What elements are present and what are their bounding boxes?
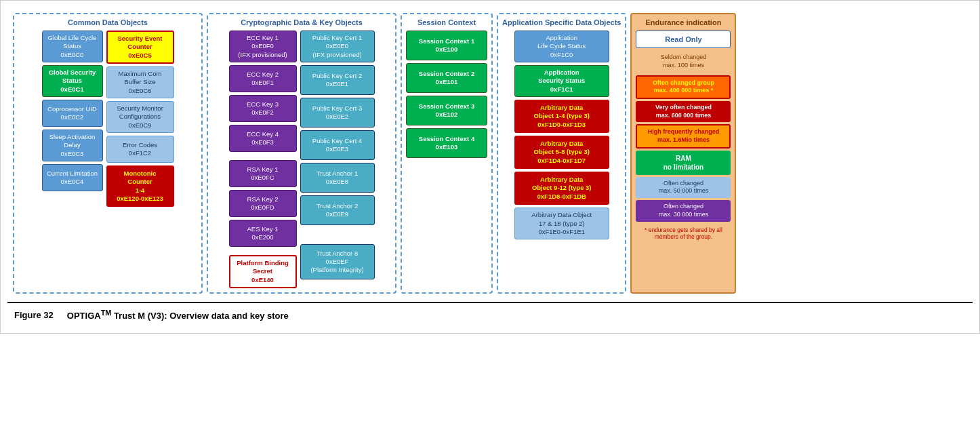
common-col2: Security EventCounter 0xE0C5 Maximum Com… <box>106 31 174 207</box>
ecc-key1-box: ECC Key 10xE0F0(IFX provisioned) <box>229 31 297 62</box>
endurance-footnote: * endurance gets shared by all members o… <box>636 227 731 240</box>
endurance-often-group: Often changed groupmax. 400 000 times * <box>636 75 731 99</box>
figure-title-rest: Trust M (V3): Overview data and key stor… <box>111 311 289 321</box>
session-col: Session Context 1 0xE100 Session Context… <box>406 31 487 158</box>
pub-key-cert4-box: Public Key Cert 40xE0E3 <box>300 130 375 160</box>
ecc-key2-box: ECC Key 20xE0F1 <box>229 65 297 92</box>
trust-anchor2-box: Trust Anchor 20xE0E9 <box>300 195 375 225</box>
ecc-key4-box: ECC Key 40xE0F3 <box>229 125 297 152</box>
platform-binding-secret-box: Platform BindingSecret0xE140 <box>229 255 297 288</box>
pub-key-cert1-box: Public Key Cert 10xE0E0(IFX provisioned) <box>300 31 375 62</box>
figure-label: Figure 32 <box>14 310 54 320</box>
ecc-key3-box: ECC Key 30xE0F2 <box>229 95 297 122</box>
crypto-col2: Public Key Cert 10xE0E0(IFX provisioned)… <box>300 31 375 288</box>
diagram-area: Common Data Objects Global Life CycleSta… <box>7 7 973 299</box>
global-security-status-box: Global SecurityStatus 0xE0C1 <box>42 65 103 97</box>
rsa-key2-box: RSA Key 20xE0FD <box>229 190 297 217</box>
common-section-title: Common Data Objects <box>68 18 148 26</box>
endurance-read-only: Read Only <box>636 31 731 48</box>
error-codes-box: Error Codes 0xF1C2 <box>106 136 174 163</box>
session-context2-box: Session Context 2 0xE101 <box>406 63 487 93</box>
coprocessor-uid-box: Coprocessor UID 0xE0C2 <box>42 100 103 127</box>
appspec-section: Application Specific Data Objects Applic… <box>497 13 626 294</box>
common-col1: Global Life CycleStatus 0xE0C0 Global Se… <box>42 31 103 207</box>
arbitrary-data-5-8-box: Arbitrary DataObject 5-8 (type 3) 0xF1D4… <box>514 136 609 169</box>
global-life-cycle-box: Global Life CycleStatus 0xE0C0 <box>42 31 103 62</box>
endurance-very-often: Very often changedmax. 600 000 times <box>636 101 731 122</box>
arbitrary-data-9-12-box: Arbitrary DataObject 9-12 (type 3) 0xF1D… <box>514 172 609 205</box>
app-security-status-box: ApplicationSecurity Status 0xF1C1 <box>514 65 609 97</box>
session-section: Session Context Session Context 1 0xE100… <box>401 13 493 294</box>
crypto-section: Cryptographic Data & Key Objects ECC Key… <box>207 13 396 294</box>
common-section-content: Global Life CycleStatus 0xE0C0 Global Se… <box>18 31 197 207</box>
appspec-section-title: Application Specific Data Objects <box>502 18 621 26</box>
session-context4-box: Session Context 4 0xE103 <box>406 128 487 158</box>
session-context3-box: Session Context 3 0xE102 <box>406 96 487 125</box>
figure-caption: Figure 32 OPTIGATM Trust M (V3): Overvie… <box>7 302 973 326</box>
figure-tm: TM <box>101 309 112 317</box>
crypto-section-content: ECC Key 10xE0F0(IFX provisioned) ECC Key… <box>212 31 391 288</box>
monotonic-counter-box: Monotonic Counter1-4 0xE120-0xE123 <box>106 165 174 207</box>
pub-key-cert3-box: Public Key Cert 30xE0E2 <box>300 98 375 128</box>
sleep-activation-box: Sleep ActivationDelay 0xE0C3 <box>42 130 103 161</box>
trust-anchor8-box: Trust Anchor 80xE0EF(Platform Integrity) <box>300 244 375 279</box>
security-event-counter-box: Security EventCounter 0xE0C5 <box>106 31 174 64</box>
session-section-title: Session Context <box>417 18 476 26</box>
pub-key-cert2-box: Public Key Cert 20xE0E1 <box>300 65 375 95</box>
app-lifecycle-box: ApplicationLife Cycle Status 0xF1C0 <box>514 31 609 62</box>
main-container: Common Data Objects Global Life CycleSta… <box>0 0 980 334</box>
rsa-key1-box: RSA Key 10xE0FC <box>229 160 297 187</box>
endurance-often-50k: Often changedmax. 50 000 times <box>636 177 731 198</box>
endurance-often-30k: Often changedmax. 30 000 times <box>636 200 731 221</box>
aes-key1-box: AES Key 10xE200 <box>229 220 297 247</box>
arbitrary-data-1-4-box: Arbitrary DataObject 1-4 (type 3) 0xF1D0… <box>514 100 609 133</box>
security-monitor-box: Security MonitorConfigurations 0xE0C9 <box>106 101 174 133</box>
current-limitation-box: Current Limitation 0xE0C4 <box>42 164 103 191</box>
endurance-ram: RAMno limitation <box>636 151 731 175</box>
crypto-col1: ECC Key 10xE0F0(IFX provisioned) ECC Key… <box>229 31 297 288</box>
figure-title-optiga: OPTIGA <box>67 311 101 321</box>
figure-title: OPTIGATM Trust M (V3): Overview data and… <box>67 309 289 321</box>
arbitrary-data-17-18-box: Arbitrary Data Object17 & 18 (type 2) 0x… <box>514 208 609 239</box>
appspec-col: ApplicationLife Cycle Status 0xF1C0 Appl… <box>514 31 609 239</box>
trust-anchor1-box: Trust Anchor 10xE0E8 <box>300 163 375 193</box>
endurance-seldom: Seldom changedmax. 100 times <box>636 50 731 73</box>
endurance-title: Endurance indication <box>646 18 722 26</box>
crypto-section-title: Cryptographic Data & Key Objects <box>241 18 363 26</box>
endurance-high-freq: High frequently changedmax. 1.6Mio times <box>636 124 731 148</box>
endurance-section: Endurance indication Read Only Seldom ch… <box>630 13 736 294</box>
common-data-section: Common Data Objects Global Life CycleSta… <box>13 13 203 294</box>
max-com-buffer-box: Maximum ComBuffer Size 0xE0C6 <box>106 66 174 98</box>
session-context1-box: Session Context 1 0xE100 <box>406 31 487 60</box>
